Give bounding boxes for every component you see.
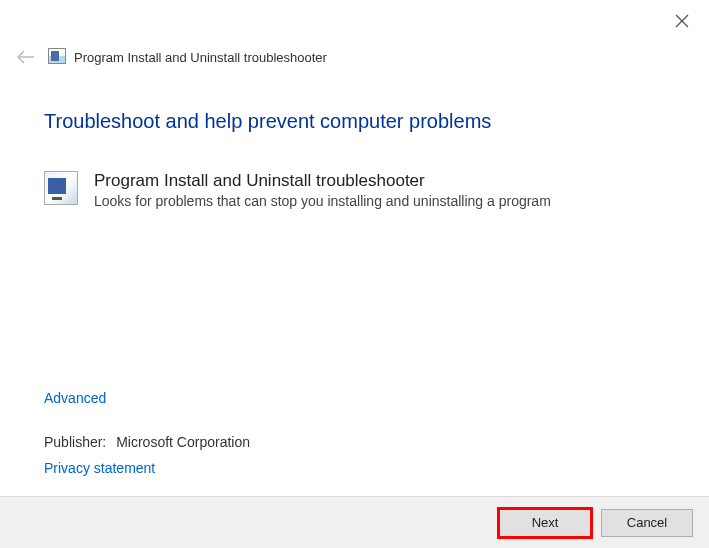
footer-bar: Next Cancel <box>0 496 709 548</box>
back-button <box>16 50 36 70</box>
back-arrow-icon <box>16 50 36 64</box>
privacy-statement-link[interactable]: Privacy statement <box>44 460 155 476</box>
publisher-info: Publisher: Microsoft Corporation <box>44 434 250 450</box>
troubleshooter-icon <box>44 171 78 205</box>
advanced-link[interactable]: Advanced <box>44 390 106 406</box>
main-content: Troubleshoot and help prevent computer p… <box>44 110 665 209</box>
next-button[interactable]: Next <box>499 509 591 537</box>
troubleshooter-text: Program Install and Uninstall troublesho… <box>94 171 665 209</box>
cancel-button[interactable]: Cancel <box>601 509 693 537</box>
troubleshooter-description: Looks for problems that can stop you ins… <box>94 193 665 209</box>
publisher-label: Publisher: <box>44 434 106 450</box>
troubleshooter-item: Program Install and Uninstall troublesho… <box>44 171 665 209</box>
header-app-icon <box>48 48 68 68</box>
publisher-value: Microsoft Corporation <box>116 434 250 450</box>
page-heading: Troubleshoot and help prevent computer p… <box>44 110 665 133</box>
window-title: Program Install and Uninstall troublesho… <box>74 50 327 65</box>
troubleshooter-title: Program Install and Uninstall troublesho… <box>94 171 665 191</box>
close-icon <box>675 14 689 28</box>
close-button[interactable] <box>675 14 691 30</box>
